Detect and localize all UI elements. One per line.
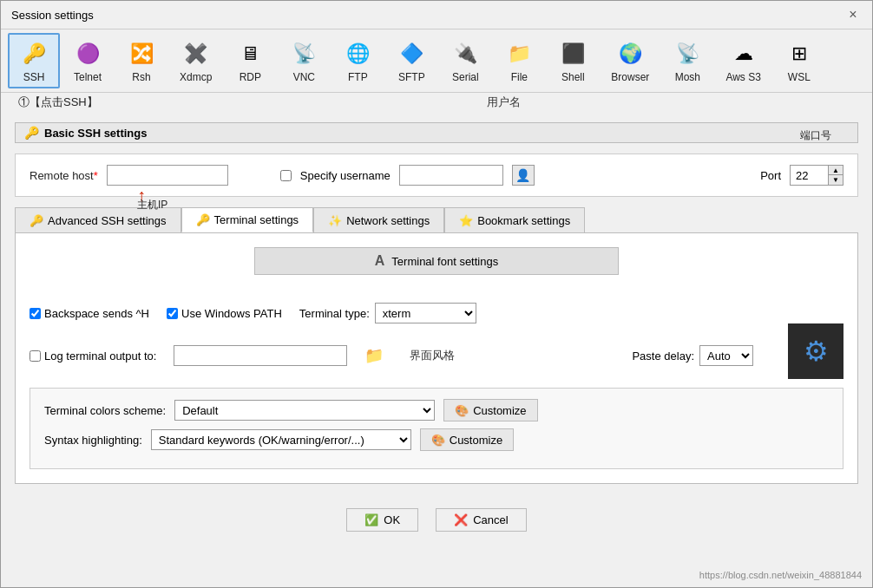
- log-label: Log terminal output to:: [44, 350, 156, 363]
- port-decrement[interactable]: ▼: [829, 175, 843, 185]
- tab-content: A Terminal font settings Backspace sends…: [15, 232, 858, 484]
- colors-customize-button[interactable]: 🎨 Customize: [443, 399, 537, 421]
- gear-icon: ⚙: [804, 335, 829, 368]
- port-annotation: 端口号: [800, 128, 831, 143]
- windows-path-label: Use Windows PATH: [181, 307, 282, 320]
- user-icon-button[interactable]: 👤: [512, 165, 535, 186]
- tool-label-ftp: FTP: [348, 71, 368, 83]
- backspace-label: Backspace sends ^H: [44, 307, 149, 320]
- tool-icon-awss3: ☁: [728, 38, 759, 69]
- port-increment[interactable]: ▲: [829, 166, 843, 175]
- ok-button[interactable]: ✅ OK: [346, 508, 418, 532]
- terminal-type-select[interactable]: xtermxterm-256colorvt100linux: [375, 303, 476, 323]
- colors-scheme-label: Terminal colors scheme:: [44, 404, 166, 417]
- tool-icon-browser: 🌍: [614, 38, 646, 69]
- toolbar-item-rdp[interactable]: 🖥 RDP: [224, 33, 276, 88]
- font-icon: A: [375, 253, 385, 269]
- tool-label-wsl: WSL: [788, 71, 811, 83]
- paste-delay-select[interactable]: AutoNoneShortLong: [699, 345, 753, 366]
- cancel-button[interactable]: ❌ Cancel: [436, 508, 526, 532]
- cancel-label: Cancel: [473, 513, 508, 526]
- tab-icon-terminal: 🔑: [196, 213, 210, 226]
- windows-path-option[interactable]: Use Windows PATH: [167, 307, 282, 320]
- tab-icon-network: ✨: [328, 214, 342, 227]
- windows-path-checkbox[interactable]: [167, 308, 178, 319]
- ok-icon: ✅: [364, 513, 378, 526]
- toolbar-item-wsl[interactable]: ⊞ WSL: [773, 33, 825, 88]
- tool-label-rdp: RDP: [240, 71, 261, 83]
- colors-row-2: Syntax highlighting: Standard keywords (…: [44, 428, 829, 451]
- tab-label-advanced: Advanced SSH settings: [48, 214, 167, 227]
- backspace-checkbox[interactable]: [30, 308, 41, 319]
- folder-icon[interactable]: 📁: [364, 346, 384, 365]
- colors-scheme-select[interactable]: DefaultSolarized DarkSolarized LightMono…: [174, 400, 435, 421]
- title-bar: Session settings ×: [1, 1, 872, 29]
- backspace-option[interactable]: Backspace sends ^H: [30, 307, 149, 320]
- tool-icon-ssh: 🔑: [18, 38, 49, 69]
- tool-label-mosh: Mosh: [675, 71, 700, 83]
- specify-username-checkbox[interactable]: [280, 170, 292, 181]
- tabs-container: 🔑Advanced SSH settings🔑Terminal settings…: [15, 207, 858, 484]
- paste-delay-label: Paste delay:: [632, 350, 694, 363]
- font-settings-row: A Terminal font settings: [30, 247, 843, 289]
- tab-terminal[interactable]: 🔑Terminal settings: [181, 207, 314, 232]
- colors-panel: Terminal colors scheme: DefaultSolarized…: [30, 388, 843, 469]
- tool-icon-ftp: 🌐: [342, 38, 373, 69]
- specify-username-label: Specify username: [300, 169, 391, 182]
- log-path-input[interactable]: [174, 345, 347, 366]
- terminal-type-control: Terminal type: xtermxterm-256colorvt100l…: [299, 303, 476, 323]
- tool-icon-rsh: 🔀: [126, 38, 157, 69]
- tab-icon-bookmark: ⭐: [459, 214, 473, 227]
- basic-settings-title: Basic SSH settings: [44, 127, 148, 140]
- toolbar-item-awss3[interactable]: ☁ Aws S3: [715, 33, 771, 88]
- tool-label-browser: Browser: [611, 71, 649, 83]
- toolbar-item-telnet[interactable]: 🟣 Telnet: [62, 33, 114, 88]
- tab-network[interactable]: ✨Network settings: [313, 207, 444, 232]
- syntax-select[interactable]: Standard keywords (OK/warning/error/...)…: [151, 429, 411, 450]
- close-button[interactable]: ×: [844, 6, 862, 23]
- colors-row-1: Terminal colors scheme: DefaultSolarized…: [44, 399, 829, 421]
- toolbar-item-file[interactable]: 📁 File: [493, 33, 545, 88]
- syntax-customize-button[interactable]: 🎨 Customize: [420, 428, 514, 451]
- options-row-1: Backspace sends ^H Use Windows PATH Term…: [30, 303, 843, 323]
- basic-settings-body: Remote host* Specify username 👤 Port ▲: [15, 154, 858, 197]
- font-settings-button[interactable]: A Terminal font settings: [254, 247, 619, 275]
- session-settings-dialog: Session settings × 🔑 SSH 🟣 Telnet 🔀 Rsh …: [0, 0, 873, 588]
- main-content: 🔑 Basic SSH settings Remote host* Specif…: [1, 119, 872, 494]
- font-settings-label: Terminal font settings: [391, 255, 498, 268]
- toolbar-item-shell[interactable]: ⬛ Shell: [547, 33, 599, 88]
- basic-settings-header: 🔑 Basic SSH settings: [15, 122, 858, 143]
- log-output-option[interactable]: Log terminal output to:: [30, 350, 156, 363]
- toolbar-item-sftp[interactable]: 🔷 SFTP: [385, 33, 437, 88]
- toolbar-item-ftp[interactable]: 🌐 FTP: [331, 33, 384, 88]
- tool-icon-wsl: ⊞: [784, 38, 815, 69]
- click-ssh-annotation: ①【点击SSH】: [18, 95, 98, 110]
- port-input[interactable]: [790, 165, 829, 186]
- tab-bookmark[interactable]: ⭐Bookmark settings: [444, 207, 585, 232]
- toolbar-item-vnc[interactable]: 📡 VNC: [278, 33, 330, 88]
- customize-icon: 🎨: [455, 404, 469, 417]
- toolbar-item-rsh[interactable]: 🔀 Rsh: [115, 33, 167, 88]
- tool-icon-mosh: 📡: [672, 38, 703, 69]
- settings-row: Remote host* Specify username 👤 Port ▲: [30, 165, 843, 186]
- syntax-customize-icon: 🎨: [431, 434, 445, 447]
- tool-icon-shell: ⬛: [557, 38, 588, 69]
- port-spin-buttons: ▲ ▼: [829, 165, 843, 186]
- toolbar-item-serial[interactable]: 🔌 Serial: [439, 33, 491, 88]
- paste-delay-control: Paste delay: AutoNoneShortLong: [632, 345, 753, 366]
- tool-icon-xdmcp: ✖️: [181, 38, 212, 69]
- tool-label-vnc: VNC: [293, 71, 315, 83]
- toolbar-item-ssh[interactable]: 🔑 SSH: [8, 33, 60, 88]
- log-checkbox[interactable]: [30, 350, 41, 362]
- ok-label: OK: [384, 513, 400, 526]
- tool-label-xdmcp: Xdmcp: [180, 71, 212, 83]
- footer-url: https://blog.csdn.net/weixin_48881844: [699, 570, 862, 580]
- tool-label-serial: Serial: [452, 71, 479, 83]
- toolbar-item-browser[interactable]: 🌍 Browser: [601, 33, 660, 88]
- toolbar-item-mosh[interactable]: 📡 Mosh: [661, 33, 713, 88]
- tool-label-telnet: Telnet: [74, 71, 102, 83]
- syntax-label: Syntax highlighting:: [44, 434, 142, 447]
- username-input[interactable]: [399, 165, 503, 186]
- remote-host-input[interactable]: [107, 165, 228, 186]
- toolbar-item-xdmcp[interactable]: ✖️ Xdmcp: [169, 33, 222, 88]
